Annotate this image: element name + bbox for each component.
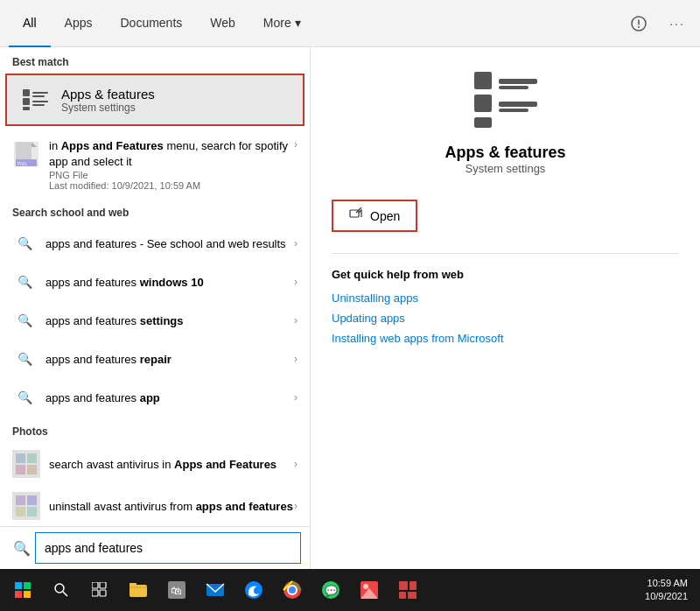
taskbar-edge[interactable] <box>236 572 271 607</box>
taskbar-whatsapp[interactable]: 💬 <box>313 572 348 607</box>
quick-help-title: Get quick help from web <box>332 268 679 281</box>
right-app-subtitle: System settings <box>466 162 546 175</box>
divider <box>332 253 679 254</box>
svg-rect-22 <box>27 507 37 516</box>
file-type: PNG File <box>49 170 290 180</box>
svg-point-53 <box>363 584 368 589</box>
chevron-down-icon: ▾ <box>295 16 301 30</box>
file-result-arrow: › <box>290 138 298 151</box>
result-arrow-1: › <box>294 276 298 288</box>
svg-rect-41 <box>130 585 147 597</box>
start-button[interactable] <box>5 572 40 607</box>
result-arrow-2: › <box>294 314 298 327</box>
svg-rect-39 <box>92 590 98 596</box>
svg-rect-14 <box>16 453 25 463</box>
web-result-0[interactable]: 🔍 apps and features - See school and web… <box>0 224 310 263</box>
taskbar-tiles[interactable] <box>390 572 425 607</box>
search-input[interactable] <box>35 532 301 564</box>
svg-rect-58 <box>408 592 416 599</box>
taskbar-store[interactable]: 🛍 <box>159 572 194 607</box>
taskbar-search[interactable] <box>44 572 79 607</box>
tab-web[interactable]: Web <box>196 0 249 47</box>
best-match-item[interactable]: Apps & features System settings <box>5 74 304 126</box>
quick-help-link-0[interactable]: Uninstalling apps <box>332 291 679 305</box>
photos-arrow-0: › <box>294 458 298 470</box>
file-modified: Last modified: 10/9/2021, 10:59 AM <box>49 180 290 191</box>
apps-features-icon <box>19 84 51 116</box>
app-icon-area: Apps & features System settings <box>332 65 679 175</box>
svg-rect-29 <box>499 109 528 112</box>
result-arrow-3: › <box>294 353 298 365</box>
svg-rect-38 <box>100 582 106 588</box>
svg-marker-10 <box>32 142 37 147</box>
photos-icon-1 <box>12 492 40 520</box>
file-result[interactable]: PNG in Apps and Features menu, search fo… <box>0 131 310 198</box>
search-icon-4: 🔍 <box>12 385 37 410</box>
taskbar-photos[interactable] <box>352 572 387 607</box>
search-bar-icon: 🔍 <box>9 535 35 561</box>
tab-apps[interactable]: Apps <box>51 0 107 47</box>
more-options-icon[interactable]: ··· <box>663 10 691 38</box>
best-match-subtitle: System settings <box>61 102 155 114</box>
svg-rect-55 <box>399 581 408 590</box>
svg-rect-42 <box>130 583 136 586</box>
taskbar: 🛍 <box>0 569 700 611</box>
svg-rect-19 <box>16 495 25 505</box>
search-bar: 🔍 <box>0 526 310 569</box>
svg-line-36 <box>63 592 67 596</box>
tab-all[interactable]: All <box>9 0 51 47</box>
svg-rect-28 <box>499 86 528 89</box>
task-view-button[interactable] <box>82 572 117 607</box>
svg-rect-20 <box>27 495 37 505</box>
svg-rect-33 <box>15 591 22 598</box>
left-panel: Best match Apps <box>0 47 311 526</box>
tab-documents[interactable]: Documents <box>106 0 196 47</box>
svg-rect-7 <box>32 95 45 97</box>
file-title: in Apps and Features menu, search for sp… <box>49 138 290 170</box>
photos-icon-0 <box>12 450 40 478</box>
taskbar-clock: 10:59 AM 10/9/2021 <box>638 577 695 604</box>
taskbar-file-explorer[interactable] <box>121 572 156 607</box>
tab-bar: All Apps Documents Web More ▾ ··· <box>0 0 700 47</box>
search-icon-0: 🔍 <box>12 231 37 256</box>
taskbar-mail[interactable] <box>198 572 233 607</box>
svg-rect-23 <box>474 72 492 89</box>
svg-rect-21 <box>16 507 25 516</box>
svg-rect-27 <box>499 102 537 107</box>
search-icon-3: 🔍 <box>12 347 37 371</box>
feedback-icon[interactable] <box>625 10 653 38</box>
svg-point-49 <box>289 586 296 593</box>
web-result-1[interactable]: 🔍 apps and features windows 10 › <box>0 263 310 301</box>
school-web-label: Search school and web <box>0 198 310 224</box>
photos-result-text-1: uninstall avast antivirus from apps and … <box>49 500 294 513</box>
open-button[interactable]: Open <box>332 200 417 232</box>
svg-rect-26 <box>499 79 537 84</box>
web-result-3[interactable]: 🔍 apps and features repair › <box>0 340 310 378</box>
web-result-2[interactable]: 🔍 apps and features settings › <box>0 301 310 340</box>
quick-help-link-2[interactable]: Installing web apps from Microsoft <box>332 332 679 345</box>
svg-rect-4 <box>23 107 30 110</box>
best-match-label: Best match <box>0 47 310 74</box>
svg-rect-37 <box>92 582 98 588</box>
svg-rect-56 <box>410 581 416 590</box>
open-btn-wrap: Open <box>332 200 679 232</box>
photos-result-1[interactable]: uninstall avast antivirus from apps and … <box>0 485 310 526</box>
quick-help-link-1[interactable]: Updating apps <box>332 312 679 325</box>
web-result-4[interactable]: 🔍 apps and features app › <box>0 378 310 417</box>
svg-rect-3 <box>23 98 30 105</box>
png-file-icon: PNG <box>12 138 40 170</box>
svg-rect-16 <box>16 465 25 474</box>
taskbar-chrome[interactable] <box>275 572 310 607</box>
result-arrow-0: › <box>294 237 298 249</box>
photos-result-text-0: search avast antivirus in Apps and Featu… <box>49 458 294 471</box>
svg-text:🛍: 🛍 <box>171 584 182 597</box>
tab-more[interactable]: More ▾ <box>249 0 315 47</box>
svg-rect-6 <box>32 101 48 102</box>
result-arrow-4: › <box>294 391 298 404</box>
svg-rect-8 <box>32 104 45 106</box>
right-app-title: Apps & features <box>444 144 565 162</box>
svg-rect-15 <box>27 453 37 463</box>
photos-label: Photos <box>0 417 310 443</box>
svg-rect-2 <box>23 89 30 96</box>
photos-result-0[interactable]: search avast antivirus in Apps and Featu… <box>0 443 310 485</box>
